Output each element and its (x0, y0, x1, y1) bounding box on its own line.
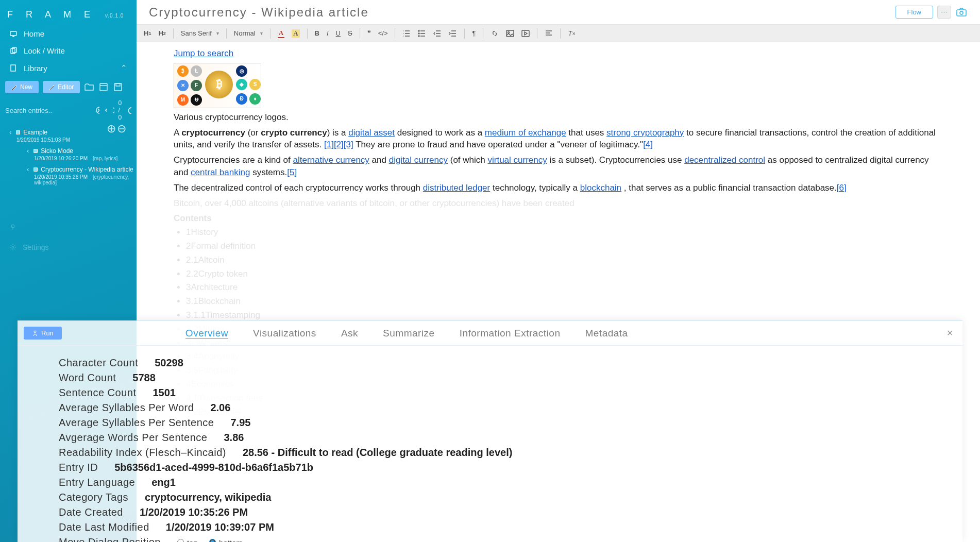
editor-button-label: Editor (58, 83, 74, 91)
save-icon[interactable] (113, 82, 123, 92)
sidebar-lower: Settings (0, 217, 137, 258)
row-category-tags: Category Tagscryptocurrency, wikipedia (59, 492, 952, 503)
underline-button[interactable]: U (334, 28, 343, 39)
sidebar-settings-label: Settings (23, 243, 49, 251)
link-virtual-currency[interactable]: virtual currency (487, 155, 547, 165)
more-button[interactable]: ⋯ (937, 6, 951, 19)
tree-add-remove: ⊕ ⊖ (107, 124, 126, 133)
chevron-right-icon[interactable] (111, 107, 114, 114)
monitor-icon (9, 30, 18, 38)
tab-visualizations[interactable]: Visualizations (253, 328, 316, 339)
align-button[interactable] (543, 28, 555, 39)
pin-icon (9, 224, 16, 231)
chevron-left-icon[interactable] (104, 107, 107, 114)
italic-button[interactable]: I (325, 28, 331, 39)
tab-ask[interactable]: Ask (341, 328, 358, 339)
highlight-button[interactable]: A (290, 28, 301, 39)
dialog-tabs: Overview Visualizations Ask Summarize In… (185, 328, 628, 339)
jump-to-search-link[interactable]: Jump to search (174, 48, 233, 58)
pencil-icon (11, 84, 17, 90)
link-digital-currency[interactable]: digital currency (389, 155, 448, 165)
remove-entry-icon[interactable]: ⊖ (117, 124, 126, 133)
tab-summarize[interactable]: Summarize (383, 328, 435, 339)
close-icon[interactable]: ✕ (947, 328, 953, 338)
link-ref1[interactable]: [1] (324, 140, 334, 149)
nav-library-label: Library (24, 64, 47, 73)
tab-information-extraction[interactable]: Information Extraction (460, 328, 561, 339)
archive-icon[interactable] (98, 82, 109, 92)
crypto-logos-image: ₿ Ł ✕ F M Ʉ ₿ ◆ S Đ ♦ ◎ (174, 63, 261, 108)
link-ref2[interactable]: [2] (334, 140, 344, 149)
camera-icon[interactable] (955, 6, 968, 19)
tab-metadata[interactable]: Metadata (585, 328, 628, 339)
sidebar-settings-item[interactable]: Settings (0, 237, 137, 258)
indent-button[interactable] (447, 28, 459, 39)
h1-button[interactable]: H1 (142, 28, 153, 39)
editor-toolbar: H1 H2 Sans Serif Normal A A B I U S ❞ </… (137, 25, 980, 42)
paragraph-2: Cryptocurrencies are a kind of alternati… (174, 154, 943, 179)
row-character-count: Character Count50298 (59, 357, 952, 369)
bold-button[interactable]: B (313, 28, 322, 39)
copy-icon (9, 47, 18, 55)
direction-button[interactable]: ¶ (470, 28, 478, 39)
run-button[interactable]: Run (24, 327, 62, 340)
clear-format-button[interactable]: T× (566, 28, 577, 39)
link-medium-of-exchange[interactable]: medium of exchange (485, 128, 566, 138)
quote-button[interactable]: ❞ (365, 28, 373, 39)
svg-point-7 (11, 225, 14, 228)
ol-button[interactable] (400, 28, 413, 39)
ul-button[interactable] (416, 28, 428, 39)
link-ref4[interactable]: [4] (643, 140, 653, 149)
link-ref6[interactable]: [6] (837, 183, 847, 193)
font-select[interactable]: Sans Serif (179, 28, 221, 38)
svg-rect-4 (114, 83, 122, 91)
strike-button[interactable]: S (346, 28, 354, 39)
code-button[interactable]: </> (376, 28, 390, 39)
add-entry-icon[interactable]: ⊕ (107, 124, 116, 133)
link-central-banking[interactable]: central banking (191, 167, 250, 177)
refresh-icon[interactable] (128, 107, 131, 114)
tree-child-ts: 1/20/2019 10:26:20 PM (34, 156, 88, 161)
clear-icon[interactable] (96, 107, 99, 114)
editor-button[interactable]: Editor (43, 81, 80, 93)
nav-look-write[interactable]: Look / Write (0, 42, 137, 59)
sidebar-pin-item[interactable] (0, 217, 137, 237)
sidebar-search: 0 / 0 (0, 97, 137, 123)
link-ref3[interactable]: [3] (344, 140, 353, 149)
text-color-button[interactable]: A (276, 27, 286, 40)
nav-library[interactable]: Library ⌃ (0, 59, 137, 77)
link-strong-cryptography[interactable]: strong cryptography (606, 128, 684, 138)
row-word-count: Word Count5788 (59, 372, 952, 384)
link-ref5[interactable]: [5] (287, 167, 297, 177)
svg-point-8 (12, 246, 14, 248)
app-version: v.0.1.0 (105, 13, 124, 19)
svg-point-10 (960, 11, 963, 14)
link-decentralized-control[interactable]: decentralized control (684, 155, 765, 165)
gear-icon (9, 244, 16, 251)
video-button[interactable] (519, 28, 532, 39)
new-button[interactable]: New (5, 81, 39, 93)
tree-child-1[interactable]: ‹Cryptocurrency - Wikipedia article 1/20… (27, 165, 134, 185)
link-distributed-ledger[interactable]: distributed ledger (423, 183, 490, 193)
link-button[interactable] (488, 28, 501, 39)
folder-open-icon[interactable] (84, 82, 94, 92)
link-blockchain[interactable]: blockchain (580, 183, 621, 193)
tree-child-tags: [rap, lyrics] (93, 156, 117, 161)
person-run-icon (32, 330, 38, 336)
tree-child-0[interactable]: ‹Sicko Mode 1/20/2019 10:26:20 PM[rap, l… (27, 147, 134, 161)
size-select[interactable]: Normal (232, 28, 265, 38)
radio-bottom[interactable] (209, 539, 216, 542)
tab-overview[interactable]: Overview (185, 328, 228, 339)
radio-top[interactable] (177, 539, 184, 542)
row-date-modified: Date Last Modified1/20/2019 10:39:07 PM (59, 521, 952, 533)
outdent-button[interactable] (431, 28, 444, 39)
search-input[interactable] (5, 107, 92, 114)
flow-button[interactable]: Flow (895, 6, 933, 19)
link-digital-asset[interactable]: digital asset (348, 128, 395, 138)
link-alternative-currency[interactable]: alternative currency (293, 155, 369, 165)
h2-button[interactable]: H2 (156, 28, 167, 39)
nav-home[interactable]: Home (0, 25, 137, 42)
svg-point-12 (418, 33, 419, 34)
nav-home-label: Home (24, 29, 44, 38)
image-button[interactable] (504, 28, 516, 39)
